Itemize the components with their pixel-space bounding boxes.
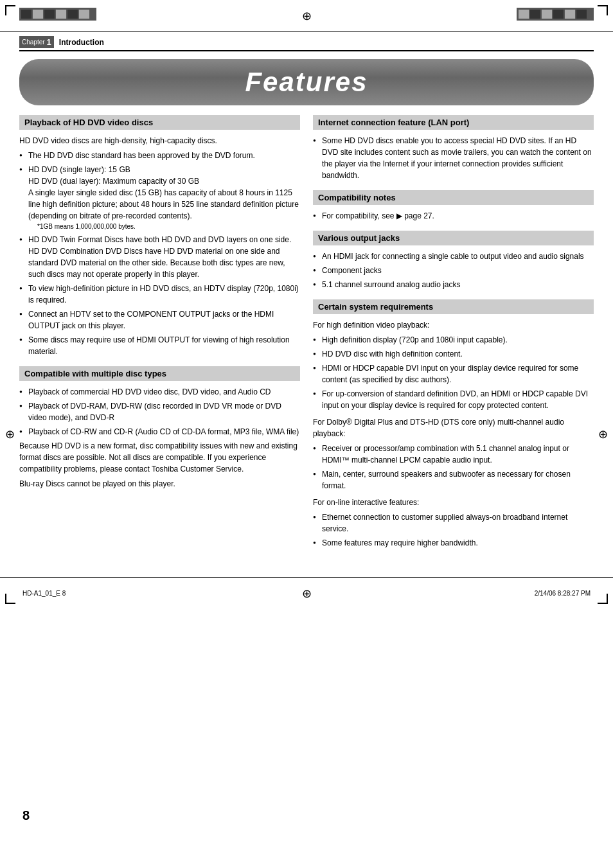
section-compatibility-notes: Compatibility notes For compatibility, s… [313, 190, 594, 222]
sys-req-online-bullets: Ethernet connection to customer supplied… [313, 511, 594, 549]
chapter-word: Chapter [22, 39, 45, 46]
section-system-requirements: Certain system requirements For high def… [313, 299, 594, 549]
playback-bullet-3: HD DVD Twin Format Discs have both HD DV… [19, 234, 300, 280]
sys-req-online-intro: For on-line interactive features: [313, 497, 594, 508]
compatibility-bullet-1: For compatibility, see ▶ page 27. [313, 210, 594, 222]
bar-seg-1 [21, 10, 31, 19]
bar-seg-r2 [530, 10, 540, 19]
playback-bullet-list: The HD DVD disc standard has been approv… [19, 150, 300, 357]
crosshair-bottom: ⊕ [302, 587, 312, 601]
section-internet-connection: Internet connection feature (LAN port) S… [313, 115, 594, 181]
compatible-disc-bullet-3: Playback of CD-RW and CD-R (Audio CD of … [19, 426, 300, 438]
sys-req-dolby-intro: For Dolby® Digital Plus and DTS-HD (DTS … [313, 416, 594, 439]
crosshair-top [300, 10, 313, 22]
playback-bullet-2: HD DVD (single layer): 15 GBHD DVD (dual… [19, 164, 300, 231]
title-banner: Features [19, 59, 594, 105]
internet-bullet-1: Some HD DVD discs enable you to access s… [313, 135, 594, 181]
registration-bar-right [517, 8, 594, 21]
crosshair-left: ⊕ [5, 427, 15, 441]
compatibility-bullet-list: For compatibility, see ▶ page 27. [313, 210, 594, 222]
output-jack-bullet-1: An HDMI jack for connecting a single cab… [313, 251, 594, 262]
section-internet-content: Some HD DVD discs enable you to access s… [313, 135, 594, 181]
section-compatible-disc-types: Compatible with multiple disc types Play… [19, 366, 300, 490]
sys-req-hd-bullet-1: High definition display (720p and 1080i … [313, 334, 594, 346]
footnote-1gb: *1GB means 1,000,000,000 bytes. [28, 222, 300, 231]
section-system-req-title: Certain system requirements [313, 299, 594, 314]
corner-mark-tl [5, 5, 15, 15]
bar-seg-4 [56, 10, 66, 19]
bar-seg-r5 [565, 10, 575, 19]
compatible-disc-bullet-list: Playback of commercial HD DVD video disc… [19, 386, 300, 438]
section-playback-hd-dvd: Playback of HD DVD video discs HD DVD vi… [19, 115, 300, 357]
sys-req-online-bullet-1: Ethernet connection to customer supplied… [313, 511, 594, 535]
sys-req-dolby-bullets: Receiver or processor/amp combination wi… [313, 443, 594, 492]
sys-req-hd-intro: For high definition video playback: [313, 319, 594, 331]
bottom-border: HD-A1_01_E 8 ⊕ 2/14/06 8:28:27 PM [0, 577, 613, 609]
compatible-disc-bullet-2: Playback of DVD-RAM, DVD-RW (disc record… [19, 400, 300, 423]
playback-bullet-5: Connect an HDTV set to the COMPONENT OUT… [19, 308, 300, 332]
playback-bullet-4: To view high-definition picture in HD DV… [19, 283, 300, 306]
chapter-number: 1 [47, 37, 51, 47]
section-playback-hd-dvd-content: HD DVD video discs are high-density, hig… [19, 135, 300, 357]
blu-ray-text: Blu-ray Discs cannot be played on this p… [19, 478, 300, 490]
compatible-disc-extra: Because HD DVD is a new format, disc com… [19, 440, 300, 475]
sys-req-hd-bullet-2: HD DVD disc with high definition content… [313, 348, 594, 360]
section-internet-title: Internet connection feature (LAN port) [313, 115, 594, 130]
chapter-title: Introduction [59, 38, 104, 47]
bar-seg-r6 [576, 10, 587, 19]
sys-req-hd-bullet-3: HDMI or HDCP capable DVI input on your d… [313, 362, 594, 385]
bar-seg-6 [79, 10, 89, 19]
sys-req-online-bullet-2: Some features may require higher bandwid… [313, 537, 594, 549]
bottom-right-text: 2/14/06 8:28:27 PM [535, 590, 591, 597]
corner-mark-bl [5, 594, 15, 604]
output-jacks-bullet-list: An HDMI jack for connecting a single cab… [313, 251, 594, 290]
section-compatibility-content: For compatibility, see ▶ page 27. [313, 210, 594, 222]
bottom-left-code: HD-A1_01_E 8 [22, 590, 66, 597]
playback-intro: HD DVD video discs are high-density, hig… [19, 135, 300, 146]
top-border [0, 0, 613, 32]
page-number: 8 [22, 808, 30, 823]
output-jack-bullet-3: 5.1 channel surround analog audio jacks [313, 279, 594, 290]
section-playback-hd-dvd-title: Playback of HD DVD video discs [19, 115, 300, 130]
sys-req-dolby-bullet-1: Receiver or processor/amp combination wi… [313, 443, 594, 466]
bar-seg-5 [67, 10, 78, 19]
chapter-bar: Chapter 1 Introduction [19, 36, 594, 51]
bar-seg-3 [44, 10, 55, 19]
content-area: Playback of HD DVD video discs HD DVD vi… [19, 115, 594, 558]
compatible-disc-bullet-1: Playback of commercial HD DVD video disc… [19, 386, 300, 398]
bar-seg-r1 [519, 10, 529, 19]
internet-bullet-list: Some HD DVD discs enable you to access s… [313, 135, 594, 181]
playback-bullet-1: The HD DVD disc standard has been approv… [19, 150, 300, 161]
sys-req-hd-bullets: High definition display (720p and 1080i … [313, 334, 594, 411]
section-output-jacks: Various output jacks An HDMI jack for co… [313, 231, 594, 290]
left-column: Playback of HD DVD video discs HD DVD vi… [19, 115, 300, 558]
section-system-req-content: For high definition video playback: High… [313, 319, 594, 549]
section-output-jacks-content: An HDMI jack for connecting a single cab… [313, 251, 594, 290]
page-title: Features [19, 67, 594, 98]
registration-bar-left [19, 8, 96, 21]
sys-req-dolby-bullet-2: Main, center, surround speakers and subw… [313, 468, 594, 492]
output-jack-bullet-2: Component jacks [313, 265, 594, 276]
corner-mark-br [598, 594, 608, 604]
bar-seg-r3 [542, 10, 552, 19]
section-compatible-disc-title: Compatible with multiple disc types [19, 366, 300, 381]
crosshair-right: ⊕ [598, 427, 608, 441]
bar-seg-r4 [553, 10, 564, 19]
section-compatible-disc-content: Playback of commercial HD DVD video disc… [19, 386, 300, 490]
corner-mark-tr [598, 5, 608, 15]
playback-bullet-6: Some discs may require use of HDMI OUTPU… [19, 334, 300, 357]
section-output-jacks-title: Various output jacks [313, 231, 594, 245]
chapter-label: Chapter 1 [19, 36, 54, 48]
bar-seg-2 [33, 10, 43, 19]
right-column: Internet connection feature (LAN port) S… [313, 115, 594, 558]
sys-req-hd-bullet-4: For up-conversion of standard definition… [313, 388, 594, 411]
section-compatibility-title: Compatibility notes [313, 190, 594, 205]
